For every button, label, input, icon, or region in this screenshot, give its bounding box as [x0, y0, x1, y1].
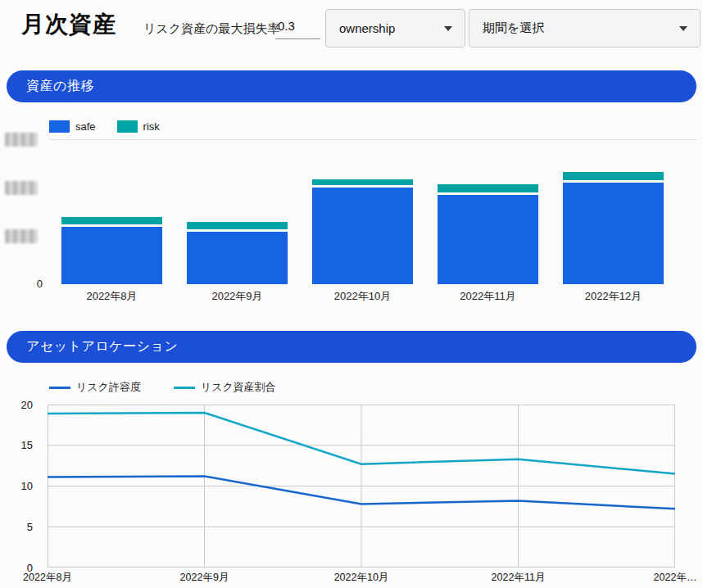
- line-chart-legend: リスク許容度リスク資産割合: [49, 380, 276, 395]
- bar-slot: [300, 120, 425, 284]
- y-axis-label: 10: [10, 480, 33, 492]
- period-dropdown-value: 期間を選択: [483, 20, 544, 36]
- bar-slot: [49, 120, 175, 284]
- x-axis-label: 2022年10月: [334, 571, 389, 585]
- y-axis-label: 20: [10, 399, 33, 411]
- ownership-dropdown-value: ownership: [339, 21, 395, 35]
- bar-slot: [175, 120, 300, 284]
- bar-segment-risk: [563, 172, 663, 180]
- x-axis-label: 2022年9月: [180, 571, 229, 585]
- asset-section-title: 資産の推移: [26, 78, 94, 95]
- x-axis-label: 2022年…: [654, 571, 697, 585]
- bar-slot: [425, 120, 551, 284]
- legend-item[interactable]: リスク許容度: [49, 380, 141, 395]
- x-axis-label: 2022年8月: [23, 571, 72, 585]
- allocation-section-banner: アセットアロケーション: [7, 331, 696, 363]
- stacked-bar: [563, 172, 663, 284]
- legend-line-icon: [49, 387, 70, 389]
- bar-chart-zero-label: 0: [21, 278, 43, 290]
- chevron-down-icon: [444, 26, 452, 31]
- x-axis-label: 2022年9月: [175, 289, 300, 304]
- loss-rate-label: リスク資産の最大損失率: [143, 21, 279, 37]
- asset-section-banner: 資産の推移: [7, 70, 696, 102]
- legend-label: リスク資産割合: [201, 380, 276, 395]
- x-axis-label: 2022年12月: [551, 289, 676, 304]
- redacted-y-tick-label: [5, 229, 38, 243]
- bar-segment-safe: [312, 188, 412, 284]
- bar-segment-risk: [61, 217, 161, 224]
- bar-segment-safe: [187, 232, 287, 284]
- page-title: 月次資産: [21, 9, 116, 40]
- bar-chart-x-labels: 2022年8月2022年9月2022年10月2022年11月2022年12月: [49, 289, 676, 304]
- bar-chart-y-ticks: [5, 120, 38, 284]
- x-axis-label: 2022年10月: [300, 289, 425, 304]
- stacked-bar: [438, 184, 537, 284]
- legend-label: リスク許容度: [76, 380, 141, 395]
- x-axis-label: 2022年8月: [49, 289, 175, 304]
- line-chart-y-labels: 05101520: [10, 405, 39, 568]
- ownership-dropdown[interactable]: ownership: [325, 9, 465, 47]
- legend-item[interactable]: リスク資産割合: [174, 380, 276, 395]
- redacted-y-tick-label: [5, 181, 38, 195]
- period-dropdown[interactable]: 期間を選択: [469, 9, 701, 47]
- bar-segment-safe: [61, 227, 161, 284]
- y-axis-label: 5: [10, 521, 33, 533]
- bar-segment-safe: [563, 183, 663, 284]
- legend-line-icon: [174, 387, 195, 389]
- line-chart-svg: [48, 405, 675, 568]
- bar-chart-bars: [49, 120, 676, 284]
- bar-segment-risk: [438, 184, 537, 192]
- loss-rate-input[interactable]: 0.3: [275, 19, 320, 39]
- x-axis-label: 2022年11月: [492, 571, 546, 585]
- bar-segment-risk: [187, 222, 287, 229]
- stacked-bar: [187, 222, 287, 284]
- stacked-bar: [61, 217, 161, 284]
- x-axis-label: 2022年11月: [425, 289, 551, 304]
- allocation-section-title: アセットアロケーション: [26, 338, 178, 355]
- dashboard-page: 月次資産 リスク資産の最大損失率 0.3 ownership 期間を選択 資産の…: [0, 0, 703, 588]
- bar-chart-plot: [49, 120, 676, 284]
- chevron-down-icon: [679, 26, 687, 31]
- y-axis-label: 15: [10, 439, 33, 451]
- bar-segment-safe: [438, 195, 537, 284]
- redacted-y-tick-label: [5, 133, 38, 147]
- line-chart-x-labels: 2022年8月2022年9月2022年10月2022年11月2022年…: [48, 571, 675, 586]
- bar-slot: [551, 120, 676, 284]
- stacked-bar: [312, 179, 412, 284]
- bar-segment-risk: [312, 179, 412, 185]
